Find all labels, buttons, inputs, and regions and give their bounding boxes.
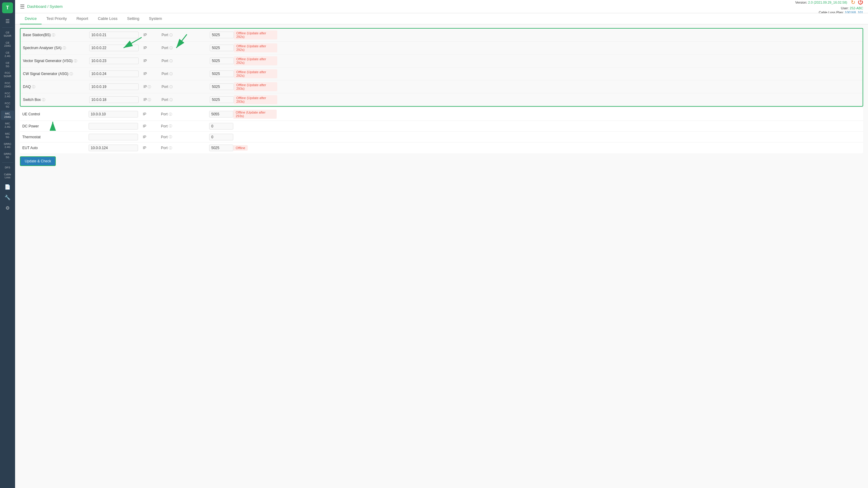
device-ip-input-asg[interactable] — [89, 70, 138, 77]
device-ip-input-dcpower[interactable] — [89, 123, 138, 130]
app-logo[interactable]: T — [2, 2, 13, 13]
port-info-icon-daq[interactable]: ⓘ — [169, 85, 173, 89]
tab-setting[interactable]: Setting — [122, 13, 144, 24]
device-ip-input-thermostat[interactable] — [89, 134, 138, 140]
table-row: DAQ ⓘ IP ⓘ Port ⓘ Offline (Update after … — [21, 80, 863, 93]
content-area: Device Test Priority Report Cable Loss S… — [15, 13, 868, 488]
port-info-icon-thermostat[interactable]: ⓘ — [169, 135, 172, 139]
sidebar-settings-icon[interactable]: ⚙ — [2, 204, 13, 213]
device-ip-input-vsg[interactable] — [89, 58, 138, 64]
sidebar-item-fcc234g[interactable]: FCC234G — [1, 80, 14, 90]
status-badge-daq: Offline (Update after 293s) — [234, 82, 277, 91]
port-label-cell-asg: Port ⓘ — [159, 70, 207, 78]
port-info-icon-eut[interactable]: ⓘ — [169, 146, 172, 150]
sidebar-item-mic234g[interactable]: MIC234G — [1, 110, 14, 120]
tab-device[interactable]: Device — [20, 13, 41, 24]
device-port-input-uecontrol[interactable] — [209, 111, 233, 118]
device-name-thermostat: Thermostat — [20, 133, 86, 141]
breadcrumb-current: System — [50, 4, 62, 9]
header-info-row: Version: 2.0 (2021.09.29_16.02.58) ↻ ⏻ — [795, 0, 863, 6]
ip-info-icon-daq[interactable]: ⓘ — [148, 85, 151, 89]
sidebar-item-cableloss[interactable]: CableLoss — [1, 171, 14, 181]
port-info-icon-dcpower[interactable]: ⓘ — [169, 124, 172, 128]
hamburger-icon[interactable]: ☰ — [20, 3, 25, 10]
sidebar-item-fcc5g[interactable]: FCC5G — [1, 100, 14, 110]
tab-test-priority[interactable]: Test Priority — [41, 13, 72, 24]
sidebar-wrench-icon[interactable]: 🔧 — [2, 193, 13, 202]
port-label-uecontrol: Port ⓘ — [161, 112, 204, 117]
tab-system[interactable]: System — [144, 13, 167, 24]
sidebar-doc-icon[interactable]: 📄 — [2, 183, 13, 191]
info-icon-daq[interactable]: ⓘ — [32, 85, 35, 89]
sidebar-item-ce5gnr[interactable]: CE5GNR — [1, 30, 14, 39]
device-port-cell-daq — [207, 82, 231, 92]
device-ip-cell-sa — [87, 43, 141, 53]
device-port-input-switchbox[interactable] — [210, 96, 234, 103]
device-ip-input-switchbox[interactable] — [89, 96, 138, 103]
device-ip-input-daq[interactable] — [89, 84, 138, 90]
sidebar-item-ce24g[interactable]: CE2.4G — [1, 50, 14, 59]
device-port-input-thermostat[interactable] — [209, 134, 233, 140]
device-port-input-dcpower[interactable] — [209, 123, 233, 130]
table-row: Vector Signal Generator (VSG) ⓘ IP Port … — [21, 55, 863, 67]
sidebar-item-fcc24g[interactable]: FCC2.4G — [1, 90, 14, 100]
device-port-cell-thermostat — [207, 132, 231, 142]
info-icon-vsg[interactable]: ⓘ — [74, 59, 77, 63]
ip-label-sa: IP — [141, 44, 159, 52]
port-info-icon-asg[interactable]: ⓘ — [169, 72, 173, 76]
port-label-cell-switchbox: Port ⓘ — [159, 96, 207, 104]
power-icon[interactable]: ⏻ — [858, 0, 863, 6]
ip-label-dcpower: IP — [141, 122, 158, 130]
device-port-input-sa[interactable] — [210, 44, 234, 51]
sidebar-item-srrc5g[interactable]: SRRC5G — [1, 151, 14, 161]
port-label-asg: Port ⓘ — [161, 72, 205, 76]
ip-label-vsg: IP — [141, 57, 159, 65]
info-icon-asg[interactable]: ⓘ — [70, 72, 73, 76]
sidebar-divider2 — [2, 162, 13, 163]
port-info-icon-uecontrol[interactable]: ⓘ — [169, 112, 172, 117]
port-info-icon-sa[interactable]: ⓘ — [169, 46, 173, 50]
device-port-input-eut[interactable] — [209, 144, 233, 151]
page-wrapper: Device Test Priority Report Cable Loss S… — [15, 13, 868, 488]
port-info-icon-bs[interactable]: ⓘ — [169, 33, 173, 37]
info-icon-switchbox[interactable]: ⓘ — [42, 98, 45, 102]
port-info-icon-vsg[interactable]: ⓘ — [169, 59, 173, 63]
sidebar: T ☰ CE5GNR CE234G CE2.4G CE5G FCC5GNR FC… — [0, 0, 15, 488]
device-port-input-asg[interactable] — [210, 70, 234, 77]
ip-info-icon-switchbox[interactable]: ⓘ — [148, 98, 151, 101]
sidebar-item-ce5g[interactable]: CE5G — [1, 60, 14, 70]
sidebar-item-fcc5gnr[interactable]: FCC5GNR — [1, 70, 14, 79]
breadcrumb-home[interactable]: Dashboard — [27, 4, 46, 9]
refresh-icon[interactable]: ↻ — [851, 0, 855, 6]
device-status-cell-thermostat — [231, 135, 279, 139]
status-badge-bs: Offline (Update after 292s) — [234, 30, 277, 39]
info-icon-sa[interactable]: ⓘ — [63, 46, 66, 50]
device-port-cell-sa — [207, 43, 231, 53]
device-port-input-daq[interactable] — [210, 84, 234, 90]
device-name-sa: Spectrum Analyser (SA) ⓘ — [21, 44, 87, 52]
device-ip-input-uecontrol[interactable] — [89, 111, 138, 118]
device-ip-input-bs[interactable] — [89, 32, 138, 38]
port-label-dcpower: Port ⓘ — [161, 124, 204, 128]
info-icon-bs[interactable]: ⓘ — [52, 33, 55, 37]
device-port-input-bs[interactable] — [210, 32, 234, 38]
update-check-button[interactable]: Update & Check — [20, 156, 56, 166]
ip-label-bs: IP — [141, 31, 159, 39]
tab-report[interactable]: Report — [72, 13, 93, 24]
device-ip-cell-thermostat — [86, 132, 141, 142]
sidebar-menu-icon[interactable]: ☰ — [2, 17, 13, 26]
device-port-cell-asg — [207, 69, 231, 79]
table-row: CW Signal Generator (ASG) ⓘ IP Port ⓘ Of… — [21, 67, 863, 80]
sidebar-item-dfs[interactable]: DFS — [1, 164, 14, 171]
device-ip-input-eut[interactable] — [89, 144, 138, 151]
device-ip-input-sa[interactable] — [89, 44, 138, 51]
device-port-input-vsg[interactable] — [210, 58, 234, 64]
port-info-icon-switchbox[interactable]: ⓘ — [169, 98, 173, 102]
sidebar-item-mic5g[interactable]: MIC5G — [1, 131, 14, 140]
tab-cable-loss[interactable]: Cable Loss — [93, 13, 122, 24]
sidebar-item-srrc24g[interactable]: SRRC2.4G — [1, 141, 14, 151]
header: ☰ Dashboard / System Version: 2.0 (2021.… — [15, 0, 868, 13]
sidebar-item-ce234g[interactable]: CE234G — [1, 40, 14, 50]
sidebar-item-mic24g[interactable]: MIC2.4G — [1, 121, 14, 130]
device-status-cell-daq: Offline (Update after 293s) — [231, 80, 280, 93]
